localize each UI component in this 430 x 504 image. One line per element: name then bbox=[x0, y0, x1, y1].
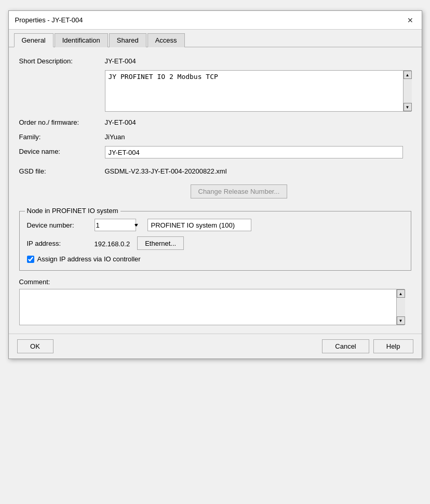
assign-ip-label: Assign IP address via IO controller bbox=[37, 255, 141, 263]
help-button[interactable]: Help bbox=[373, 339, 413, 353]
description-textarea[interactable] bbox=[105, 70, 403, 112]
description-textarea-container: ▲ ▼ bbox=[105, 70, 411, 112]
device-number-select[interactable]: 1 bbox=[95, 219, 136, 231]
node-section-title: Node in PROFINET IO system bbox=[25, 207, 120, 215]
change-release-button[interactable]: Change Release Number... bbox=[191, 184, 288, 198]
scroll-track bbox=[404, 79, 412, 103]
comment-scroll-track bbox=[397, 298, 405, 316]
description-spacer bbox=[19, 70, 105, 72]
comment-textarea-container: ▲ ▼ bbox=[19, 289, 411, 325]
family-label: Family: bbox=[19, 131, 105, 141]
device-name-label: Device name: bbox=[19, 146, 105, 155]
order-value: JY-ET-004 bbox=[105, 117, 136, 126]
tab-general[interactable]: General bbox=[14, 33, 53, 47]
change-release-row: Change Release Number... bbox=[105, 181, 411, 204]
device-number-select-wrapper: 1 ▼ bbox=[95, 219, 140, 231]
order-label: Order no./ firmware: bbox=[19, 117, 105, 126]
ok-button[interactable]: OK bbox=[17, 339, 53, 353]
tab-access[interactable]: Access bbox=[147, 33, 185, 47]
device-number-label: Device number: bbox=[27, 221, 95, 229]
gsd-value: GSDML-V2.33-JY-ET-004-20200822.xml bbox=[105, 166, 227, 175]
device-name-input[interactable] bbox=[105, 146, 403, 158]
tab-content-general: Short Description: JY-ET-004 ▲ ▼ Order n… bbox=[9, 47, 422, 334]
title-bar: Properties - JY-ET-004 ✕ bbox=[9, 11, 422, 30]
gsd-label: GSD file: bbox=[19, 166, 105, 175]
ip-address-label: IP address: bbox=[27, 240, 95, 247]
ip-address-row: IP address: 192.168.0.2 Ethernet... bbox=[27, 236, 404, 250]
profinet-io-input[interactable] bbox=[147, 219, 251, 231]
family-row: Family: JiYuan bbox=[19, 131, 411, 141]
gsd-row: GSD file: GSDML-V2.33-JY-ET-004-20200822… bbox=[19, 166, 411, 175]
close-button[interactable]: ✕ bbox=[405, 15, 415, 25]
description-scrollbar: ▲ ▼ bbox=[403, 70, 411, 112]
window-title: Properties - JY-ET-004 bbox=[15, 16, 83, 24]
scroll-up-btn[interactable]: ▲ bbox=[404, 71, 412, 79]
ip-address-value: 192.168.0.2 bbox=[95, 238, 130, 248]
properties-dialog: Properties - JY-ET-004 ✕ General Identif… bbox=[8, 10, 422, 359]
cancel-button[interactable]: Cancel bbox=[322, 339, 369, 353]
comment-label: Comment: bbox=[19, 278, 411, 286]
device-number-row: Device number: 1 ▼ bbox=[27, 219, 404, 231]
assign-ip-checkbox[interactable] bbox=[27, 256, 34, 263]
order-row: Order no./ firmware: JY-ET-004 bbox=[19, 117, 411, 126]
short-description-label: Short Description: bbox=[19, 56, 105, 65]
scroll-down-btn[interactable]: ▼ bbox=[404, 103, 412, 111]
ethernet-button[interactable]: Ethernet... bbox=[137, 236, 184, 250]
tab-bar: General Identification Shared Access bbox=[9, 30, 422, 47]
footer-right: Cancel Help bbox=[322, 339, 413, 353]
short-description-value: JY-ET-004 bbox=[105, 56, 136, 65]
assign-ip-row: Assign IP address via IO controller bbox=[27, 255, 404, 263]
device-name-row: Device name: bbox=[19, 146, 411, 158]
family-value: JiYuan bbox=[105, 131, 125, 141]
short-description-row: Short Description: JY-ET-004 bbox=[19, 56, 411, 65]
comment-scrollbar: ▲ ▼ bbox=[396, 289, 405, 325]
comment-textarea[interactable] bbox=[19, 289, 396, 325]
comment-scroll-up-btn[interactable]: ▲ bbox=[397, 289, 405, 298]
tab-identification[interactable]: Identification bbox=[55, 33, 108, 47]
footer: OK Cancel Help bbox=[9, 334, 422, 359]
comment-scroll-down-btn[interactable]: ▼ bbox=[397, 316, 405, 325]
comment-section: Comment: ▲ ▼ bbox=[19, 278, 411, 325]
node-section: Node in PROFINET IO system Device number… bbox=[19, 211, 411, 271]
footer-left: OK bbox=[17, 339, 53, 353]
description-row: ▲ ▼ bbox=[19, 70, 411, 112]
tab-shared[interactable]: Shared bbox=[109, 33, 146, 47]
